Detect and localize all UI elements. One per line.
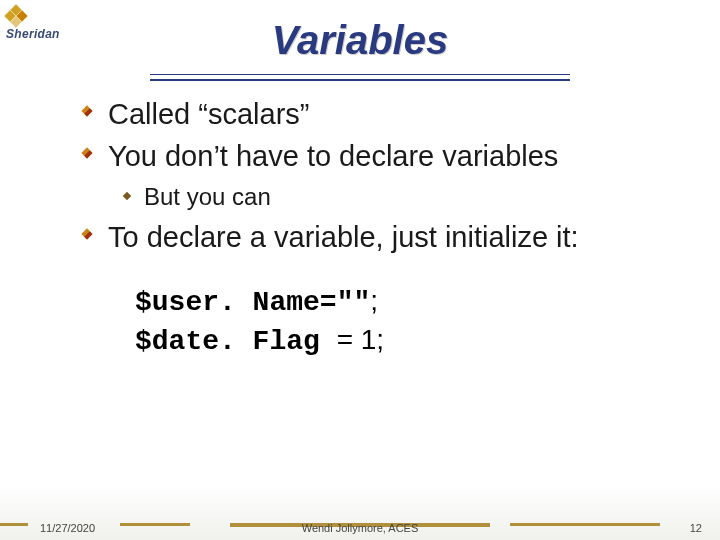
bullet-text: To declare a variable, just initialize i… [108, 219, 579, 255]
footer: 11/27/2020 Wendi Jollymore, ACES 12 [0, 512, 720, 540]
code-text: ; [370, 285, 378, 316]
small-diamond-bullet-icon [122, 183, 144, 204]
diamond-bullet-icon [80, 96, 108, 118]
code-text: = 1; [337, 324, 384, 355]
bullet-item: You don’t have to declare variables [80, 138, 700, 174]
footer-page-number: 12 [690, 522, 702, 534]
bullet-text: Called “scalars” [108, 96, 309, 132]
code-text: $date. Flag [135, 326, 337, 357]
bullet-text: You don’t have to declare variables [108, 138, 558, 174]
sub-bullet-text: But you can [144, 183, 271, 211]
code-text: $user. Name="" [135, 287, 370, 318]
sub-bullet-item: But you can [80, 183, 700, 211]
bullet-item: To declare a variable, just initialize i… [80, 219, 700, 255]
diamond-bullet-icon [80, 138, 108, 160]
diamond-bullet-icon [80, 219, 108, 241]
title-underline [150, 74, 570, 81]
code-line: $user. Name=""; [135, 285, 700, 318]
content-area: Called “scalars” You don’t have to decla… [80, 90, 700, 363]
bullet-item: Called “scalars” [80, 96, 700, 132]
code-line: $date. Flag = 1; [135, 324, 700, 357]
code-block: $user. Name=""; $date. Flag = 1; [80, 285, 700, 357]
footer-author: Wendi Jollymore, ACES [0, 522, 720, 534]
slide: Sheridan Variables Called “scalars” You … [0, 0, 720, 540]
svg-rect-4 [123, 191, 131, 199]
slide-title: Variables [0, 18, 720, 63]
